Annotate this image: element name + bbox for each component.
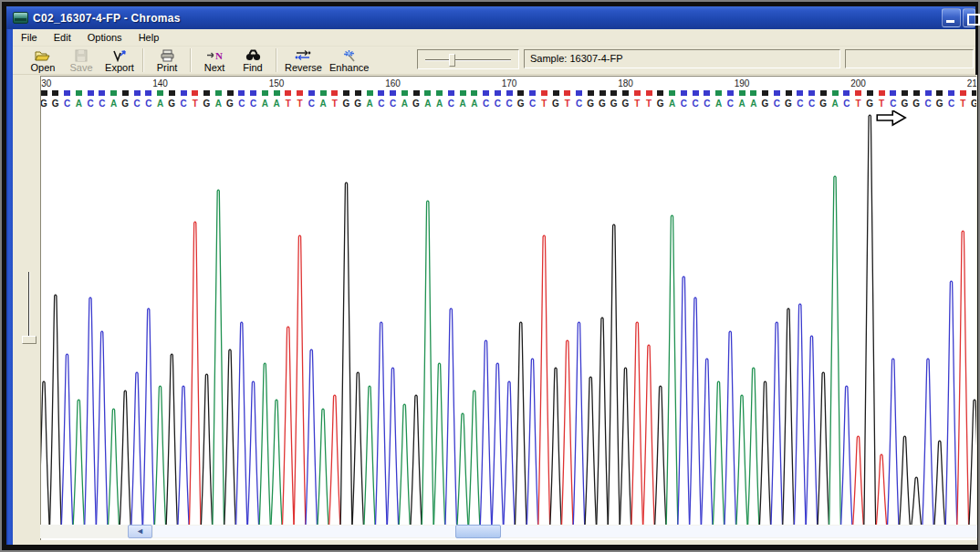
find-button[interactable]: Find [234, 47, 272, 73]
base-square-a [110, 90, 117, 96]
titlebar[interactable]: C02_16307-4-FP - Chromas [6, 6, 975, 29]
peak-c-193 [771, 322, 783, 536]
base-square-c [250, 90, 256, 96]
peak-t-202 [875, 454, 887, 536]
peak-t-175 [561, 340, 573, 536]
next-n-icon: N [206, 48, 223, 62]
enhance-icon [342, 48, 356, 62]
content-area: 130140150160170180190200210 GGCACCAGCCAG… [13, 75, 977, 548]
base-square-c [88, 90, 94, 96]
vertical-scale-slider-thumb[interactable] [22, 336, 36, 344]
peak-t-200 [852, 436, 864, 536]
base-square-t [879, 90, 885, 96]
peak-g-204 [899, 436, 911, 536]
peak-g-194 [782, 308, 794, 536]
base-square-c [483, 90, 489, 96]
peak-c-186 [689, 297, 701, 536]
base-square-a [471, 90, 477, 96]
toolbar-separator [276, 48, 277, 72]
scrollbar-track[interactable] [153, 526, 977, 537]
next-button[interactable]: NNext [195, 47, 234, 73]
toolbar-button-label: Export [105, 62, 134, 73]
peak-g-130 [41, 381, 50, 536]
slider-thumb[interactable] [449, 54, 455, 67]
toolbar-button-label: Enhance [329, 62, 369, 73]
base-square-a [739, 90, 745, 96]
base-square-c [495, 90, 501, 96]
base-square-t [646, 90, 652, 96]
binoculars-icon [245, 48, 261, 62]
base-square-c [390, 90, 396, 96]
peak-c-176 [573, 322, 585, 536]
peak-a-133 [73, 400, 85, 536]
peak-c-189 [725, 331, 736, 536]
save-floppy-icon [75, 48, 88, 62]
svg-text:N: N [215, 50, 223, 61]
base-square-g [203, 90, 210, 96]
toolbar-button-label: Reverse [285, 62, 322, 73]
horizontal-scrollbar[interactable]: ◄ [40, 525, 977, 538]
toolbar-separator [190, 48, 192, 72]
toolbar-separator [142, 48, 144, 72]
ruler-tick-label: 150 [269, 78, 285, 89]
scroll-left-button[interactable]: ◄ [128, 525, 152, 538]
base-square-c [181, 90, 187, 96]
menu-item-edit[interactable]: Edit [46, 30, 79, 45]
scrollbar-thumb[interactable] [455, 525, 501, 538]
reverse-button[interactable]: Reverse [281, 47, 326, 73]
chromas-app-icon [13, 12, 28, 24]
menu-item-help[interactable]: Help [130, 30, 168, 45]
base-square-a [274, 90, 280, 96]
base-color-squares [41, 90, 976, 98]
desktop-frame: C02_16307-4-FP - Chromas FileEditOptions… [0, 0, 980, 552]
base-square-g [553, 90, 559, 96]
export-button[interactable]: Export [100, 47, 139, 73]
base-square-a [424, 90, 431, 96]
export-icon [112, 48, 127, 62]
peak-t-209 [957, 231, 969, 536]
maximize-button[interactable] [963, 8, 975, 27]
chromas-window: C02_16307-4-FP - Chromas FileEditOptions… [6, 6, 975, 548]
vertical-scale-slider-track [28, 272, 30, 338]
enhance-button[interactable]: Enhance [326, 47, 372, 73]
base-square-g [343, 90, 349, 96]
chromatogram-trace [41, 110, 976, 540]
left-panel [13, 75, 40, 548]
peak-g-156 [340, 182, 352, 536]
base-square-a [750, 90, 756, 96]
horizontal-zoom-slider[interactable] [417, 49, 519, 69]
menubar: FileEditOptionsHelp [13, 29, 975, 47]
base-square-g [610, 90, 617, 96]
base-letter: G [968, 99, 976, 109]
print-button[interactable]: Print [148, 47, 186, 73]
printer-icon [160, 48, 175, 62]
base-square-c [704, 90, 710, 96]
base-square-g [936, 90, 943, 96]
peak-g-146 [224, 349, 235, 536]
minimize-button[interactable] [942, 8, 961, 27]
open-button[interactable]: Open [24, 47, 62, 73]
base-square-a [715, 90, 722, 96]
peak-t-182 [642, 345, 654, 536]
peak-g-137 [120, 391, 131, 536]
base-square-g [622, 90, 629, 96]
base-square-c [134, 90, 141, 96]
save-button: Save [62, 47, 100, 73]
menu-item-file[interactable]: File [13, 30, 46, 45]
peak-g-162 [410, 395, 422, 536]
ruler-tick-label: 140 [152, 78, 168, 89]
peak-a-150 [270, 400, 282, 536]
menu-item-options[interactable]: Options [79, 30, 130, 45]
base-square-a [401, 90, 408, 96]
peak-c-208 [945, 281, 957, 536]
base-square-a [215, 90, 222, 96]
peak-c-147 [235, 322, 247, 536]
peak-g-131 [49, 295, 61, 536]
base-square-c [843, 90, 850, 96]
reverse-icon [294, 48, 312, 62]
base-square-c [808, 90, 815, 96]
base-square-c [506, 90, 513, 96]
base-square-g [972, 90, 977, 96]
peak-a-190 [735, 395, 747, 536]
base-square-c [890, 90, 896, 96]
